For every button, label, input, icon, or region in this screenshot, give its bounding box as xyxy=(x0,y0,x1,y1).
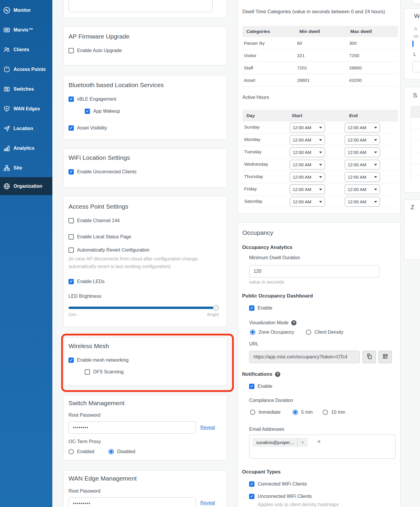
enable-channel-144-checkbox[interactable] xyxy=(69,218,74,223)
notifications-enable-checkbox[interactable] xyxy=(249,384,254,389)
five-min-radio[interactable] xyxy=(293,410,298,415)
oc-term-enabled-option: Enabled xyxy=(69,449,94,454)
table-cell: 7201 xyxy=(294,65,344,71)
switch-root-password-input[interactable] xyxy=(69,421,196,434)
table-cell: 43200 xyxy=(344,78,398,83)
chevron-down-icon xyxy=(374,164,377,166)
bright-label: Bright xyxy=(200,312,219,317)
zone-occupancy-radio[interactable] xyxy=(250,330,255,335)
help-icon[interactable] xyxy=(275,372,280,377)
sidebar-item-organization[interactable]: Organization xyxy=(0,182,52,190)
ten-min-radio[interactable] xyxy=(323,410,328,415)
enable-unconnected-clients-checkbox[interactable] xyxy=(69,169,74,174)
day-label: Thursday xyxy=(244,174,263,179)
wan-root-password-input[interactable] xyxy=(69,497,196,507)
right-card-1-checkbox[interactable] xyxy=(412,41,414,47)
wan-reveal-link[interactable]: Reveal xyxy=(200,500,215,506)
led-brightness-slider-track[interactable] xyxy=(69,307,219,309)
min-dwell-duration-input[interactable] xyxy=(249,265,379,277)
zone-occupancy-option: Zone Occupancy xyxy=(250,330,294,335)
public-occupancy-dashboard-heading: Public Occupancy Dashboard xyxy=(242,293,313,299)
notifications-heading: Notifications xyxy=(242,371,280,377)
start-time-select[interactable]: 12:00 AM xyxy=(290,160,325,169)
enable-leds-checkbox[interactable] xyxy=(69,279,74,284)
start-time-select[interactable]: 12:00 AM xyxy=(290,135,325,145)
oc-term-disabled-option: Disabled xyxy=(109,449,135,454)
active-hours-table: Day Start End Sunday 12:00 AM 12:00 AM M… xyxy=(242,110,398,208)
switch-reveal-link[interactable]: Reveal xyxy=(200,425,215,430)
end-time-select[interactable]: 12:00 AM xyxy=(345,160,380,169)
chevron-down-icon xyxy=(374,189,377,190)
start-time-select[interactable]: 12:00 AM xyxy=(290,184,325,194)
asset-visibility-checkbox[interactable] xyxy=(69,125,74,131)
enable-auto-upgrade-checkbox[interactable] xyxy=(69,48,74,53)
dim-label: Dim xyxy=(69,312,76,317)
app-wakeup-checkbox[interactable] xyxy=(85,109,90,114)
right-card-1-text-fragment-2: se xyxy=(414,34,419,39)
occupancy-url-input[interactable] xyxy=(249,351,360,363)
ap-firmware-card xyxy=(63,26,227,65)
active-hours-row: Monday 12:00 AM 12:00 AM xyxy=(242,134,398,146)
end-time-select[interactable]: 12:00 AM xyxy=(345,184,380,194)
wireless-mesh-title: Wireless Mesh xyxy=(69,343,109,350)
table-cell: 60 xyxy=(294,41,344,46)
table-cell: 321 xyxy=(294,53,344,58)
qr-code-button[interactable] xyxy=(379,351,392,363)
oc-term-disabled-radio[interactable] xyxy=(109,449,114,454)
ap-settings-title: Access Point Settings xyxy=(69,203,128,210)
oc-term-enabled-radio[interactable] xyxy=(69,449,74,454)
start-time-select[interactable]: 12:00 AM xyxy=(290,147,325,157)
sidebar-item-monitor[interactable]: Monitor xyxy=(0,6,52,14)
help-icon[interactable] xyxy=(291,320,296,325)
paper-plane-icon xyxy=(3,125,10,132)
start-time-select[interactable]: 12:00 AM xyxy=(290,172,325,182)
min-dwell-duration-label: Minimum Dwell Duration xyxy=(249,255,300,260)
right-card-1-input-fragment[interactable] xyxy=(412,61,420,72)
sidebar-item-site[interactable]: Site xyxy=(0,164,52,172)
table-row: Visitor 321 7200 xyxy=(242,49,398,62)
day-label: Monday xyxy=(244,137,260,142)
auto-revert-note-line2: automatically revert to last working con… xyxy=(69,264,171,269)
cutoff-top-input[interactable] xyxy=(69,0,213,12)
end-time-select[interactable]: 12:00 AM xyxy=(345,172,380,182)
auto-revert-note-line1: (In case AP disconnects from cloud after… xyxy=(69,256,199,262)
sidebar-item-clients[interactable]: Clients xyxy=(0,46,52,54)
table-row: Staff 7201 28800 xyxy=(242,62,398,74)
immediate-radio[interactable] xyxy=(250,410,255,415)
enable-local-status-page-checkbox[interactable] xyxy=(69,234,74,240)
users-icon xyxy=(3,46,10,53)
sidebar-item-access-points[interactable]: Access Points xyxy=(0,65,52,74)
vble-engagement-checkbox[interactable] xyxy=(69,97,74,102)
copy-url-button[interactable] xyxy=(363,351,376,363)
compliance-10min-option: 10 min xyxy=(323,410,345,415)
sidebar-item-switches[interactable]: Switches xyxy=(0,85,52,93)
end-time-select[interactable]: 12:00 AM xyxy=(345,147,380,157)
unconnected-wifi-clients-checkbox[interactable] xyxy=(249,494,254,499)
start-time-select[interactable]: 12:00 AM xyxy=(290,123,325,132)
end-time-select[interactable]: 12:00 AM xyxy=(345,197,380,207)
active-hours-row: Tuesday 12:00 AM 12:00 AM xyxy=(242,146,398,159)
sidebar-item-wan-edges[interactable]: WAN Edges xyxy=(0,105,52,113)
active-hours-body: Sunday 12:00 AM 12:00 AM Monday 12:00 AM… xyxy=(242,122,398,208)
occupant-types-heading: Occupant Types xyxy=(242,469,281,475)
dashboard-enable-checkbox[interactable] xyxy=(249,305,254,311)
chevron-down-icon xyxy=(319,139,322,141)
remove-email-icon[interactable]: × xyxy=(298,440,308,446)
enable-mesh-networking-checkbox[interactable] xyxy=(69,358,74,363)
dfs-scanning-checkbox[interactable] xyxy=(85,369,90,375)
right-card-3-title-fragment: Z xyxy=(411,204,419,211)
oc-term-proxy-label: OC-Term Proxy xyxy=(69,439,101,444)
connected-wifi-clients-checkbox[interactable] xyxy=(249,481,254,487)
auto-revert-checkbox[interactable] xyxy=(69,247,74,253)
right-cutoff-input-fragment[interactable] xyxy=(412,0,420,4)
day-label: Saturday xyxy=(244,199,262,204)
sidebar-item-marvis[interactable]: Marvis™ xyxy=(0,26,52,34)
end-time-select[interactable]: 12:00 AM xyxy=(345,123,380,132)
sidebar-item-location[interactable]: Location xyxy=(0,124,52,133)
sidebar-item-analytics[interactable]: Analytics xyxy=(0,144,52,152)
led-brightness-slider-thumb[interactable] xyxy=(213,305,219,311)
add-email-icon[interactable]: + xyxy=(317,438,321,446)
end-time-select[interactable]: 12:00 AM xyxy=(345,135,380,145)
client-density-radio[interactable] xyxy=(306,330,311,335)
start-time-select[interactable]: 12:00 AM xyxy=(290,197,325,207)
